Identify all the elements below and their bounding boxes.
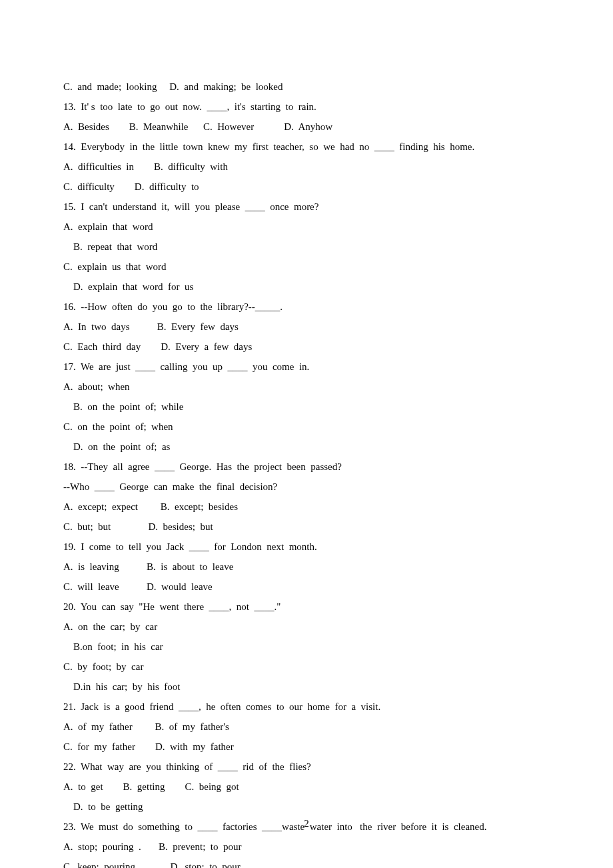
text-line: B.on foot; in his car	[63, 637, 550, 657]
text-line: A. about; when	[63, 377, 550, 397]
text-line: 14. Everybody in the little town knew my…	[63, 137, 550, 157]
text-line: A. stop; pouring . B. prevent; to pour	[63, 837, 550, 857]
text-line: A. to get B. getting C. being got	[63, 777, 550, 797]
text-line: C. but; but D. besides; but	[63, 517, 550, 537]
text-line: 20. You can say "He went there ____, not…	[63, 597, 550, 617]
text-line: C. keep; pouring D. stop; to pour	[63, 857, 550, 868]
text-line: A. Besides B. Meanwhile C. However D. An…	[63, 117, 550, 137]
text-line: C. and made; looking D. and making; be l…	[63, 77, 550, 97]
text-line: D.in his car; by his foot	[63, 677, 550, 697]
text-line: A. difficulties in B. difficulty with	[63, 157, 550, 177]
text-line: C. on the point of; when	[63, 417, 550, 437]
text-line: C. Each third day D. Every a few days	[63, 337, 550, 357]
text-line: 21. Jack is a good friend ____, he often…	[63, 697, 550, 717]
text-line: 17. We are just ____ calling you up ____…	[63, 357, 550, 377]
text-line: A. of my father B. of my father's	[63, 717, 550, 737]
text-line: --Who ____ George can make the final dec…	[63, 477, 550, 497]
text-line: 16. --How often do you go to the library…	[63, 297, 550, 317]
text-line: 18. --They all agree ____ George. Has th…	[63, 457, 550, 477]
text-line: C. by foot; by car	[63, 657, 550, 677]
text-line: A. In two days B. Every few days	[63, 317, 550, 337]
text-line: C. will leave D. would leave	[63, 577, 550, 597]
page-content: C. and made; looking D. and making; be l…	[0, 0, 613, 868]
text-line: A. is leaving B. is about to leave	[63, 557, 550, 577]
text-line: C. for my father D. with my father	[63, 737, 550, 757]
text-line: D. explain that word for us	[63, 277, 550, 297]
text-line: D. on the point of; as	[63, 437, 550, 457]
text-line: B. on the point of; while	[63, 397, 550, 417]
text-line: C. explain us that word	[63, 257, 550, 277]
text-line: 19. I come to tell you Jack ____ for Lon…	[63, 537, 550, 557]
text-line: 13. It' s too late to go out now. ____, …	[63, 97, 550, 117]
text-line: 15. I can't understand it, will you plea…	[63, 197, 550, 217]
text-line: A. explain that word	[63, 217, 550, 237]
page-number: 2	[0, 813, 613, 833]
text-line: C. difficulty D. difficulty to	[63, 177, 550, 197]
text-line: B. repeat that word	[63, 237, 550, 257]
text-line: A. on the car; by car	[63, 617, 550, 637]
text-line: 22. What way are you thinking of ____ ri…	[63, 757, 550, 777]
text-line: A. except; expect B. except; besides	[63, 497, 550, 517]
